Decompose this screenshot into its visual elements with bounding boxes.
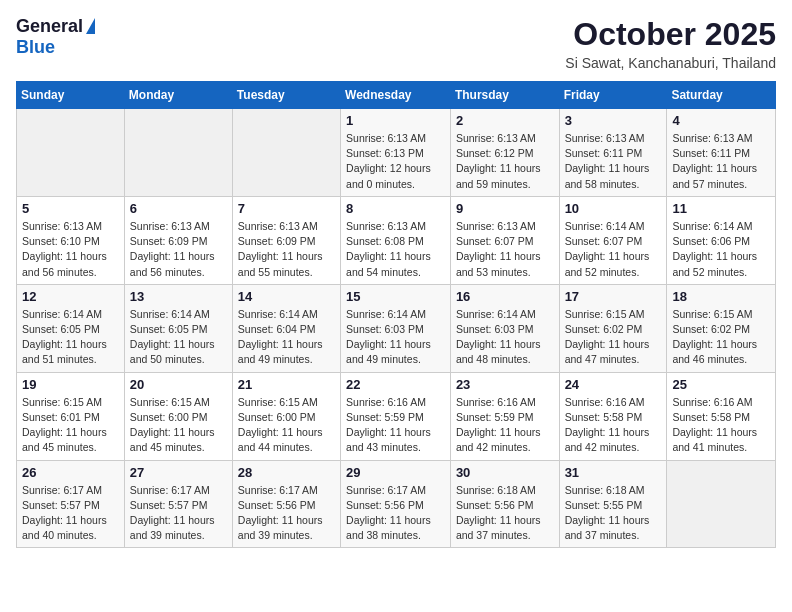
day-cell (232, 109, 340, 197)
day-number: 24 (565, 377, 662, 392)
week-row-5: 26Sunrise: 6:17 AM Sunset: 5:57 PM Dayli… (17, 460, 776, 548)
day-number: 8 (346, 201, 445, 216)
day-number: 17 (565, 289, 662, 304)
day-number: 23 (456, 377, 554, 392)
day-info: Sunrise: 6:17 AM Sunset: 5:57 PM Dayligh… (130, 483, 227, 544)
day-info: Sunrise: 6:14 AM Sunset: 6:07 PM Dayligh… (565, 219, 662, 280)
logo-general-text: General (16, 16, 83, 37)
day-info: Sunrise: 6:15 AM Sunset: 6:01 PM Dayligh… (22, 395, 119, 456)
day-info: Sunrise: 6:14 AM Sunset: 6:05 PM Dayligh… (22, 307, 119, 368)
day-cell: 9Sunrise: 6:13 AM Sunset: 6:07 PM Daylig… (450, 196, 559, 284)
week-row-4: 19Sunrise: 6:15 AM Sunset: 6:01 PM Dayli… (17, 372, 776, 460)
logo-arrow-icon (86, 18, 95, 34)
day-number: 1 (346, 113, 445, 128)
day-cell: 1Sunrise: 6:13 AM Sunset: 6:13 PM Daylig… (341, 109, 451, 197)
day-cell (124, 109, 232, 197)
day-number: 7 (238, 201, 335, 216)
day-number: 28 (238, 465, 335, 480)
day-number: 16 (456, 289, 554, 304)
day-cell: 21Sunrise: 6:15 AM Sunset: 6:00 PM Dayli… (232, 372, 340, 460)
day-number: 6 (130, 201, 227, 216)
day-cell: 7Sunrise: 6:13 AM Sunset: 6:09 PM Daylig… (232, 196, 340, 284)
day-number: 10 (565, 201, 662, 216)
day-cell: 25Sunrise: 6:16 AM Sunset: 5:58 PM Dayli… (667, 372, 776, 460)
day-number: 26 (22, 465, 119, 480)
week-row-3: 12Sunrise: 6:14 AM Sunset: 6:05 PM Dayli… (17, 284, 776, 372)
day-cell: 11Sunrise: 6:14 AM Sunset: 6:06 PM Dayli… (667, 196, 776, 284)
day-cell: 5Sunrise: 6:13 AM Sunset: 6:10 PM Daylig… (17, 196, 125, 284)
calendar-table: SundayMondayTuesdayWednesdayThursdayFrid… (16, 81, 776, 548)
day-cell: 28Sunrise: 6:17 AM Sunset: 5:56 PM Dayli… (232, 460, 340, 548)
weekday-header-saturday: Saturday (667, 82, 776, 109)
day-cell: 27Sunrise: 6:17 AM Sunset: 5:57 PM Dayli… (124, 460, 232, 548)
day-info: Sunrise: 6:13 AM Sunset: 6:10 PM Dayligh… (22, 219, 119, 280)
day-info: Sunrise: 6:16 AM Sunset: 5:59 PM Dayligh… (346, 395, 445, 456)
day-number: 4 (672, 113, 770, 128)
day-cell: 10Sunrise: 6:14 AM Sunset: 6:07 PM Dayli… (559, 196, 667, 284)
day-info: Sunrise: 6:14 AM Sunset: 6:05 PM Dayligh… (130, 307, 227, 368)
day-info: Sunrise: 6:13 AM Sunset: 6:12 PM Dayligh… (456, 131, 554, 192)
day-info: Sunrise: 6:18 AM Sunset: 5:56 PM Dayligh… (456, 483, 554, 544)
day-cell: 15Sunrise: 6:14 AM Sunset: 6:03 PM Dayli… (341, 284, 451, 372)
day-info: Sunrise: 6:15 AM Sunset: 6:02 PM Dayligh… (565, 307, 662, 368)
day-number: 20 (130, 377, 227, 392)
day-cell: 23Sunrise: 6:16 AM Sunset: 5:59 PM Dayli… (450, 372, 559, 460)
day-number: 22 (346, 377, 445, 392)
day-info: Sunrise: 6:13 AM Sunset: 6:11 PM Dayligh… (565, 131, 662, 192)
day-number: 9 (456, 201, 554, 216)
day-cell: 18Sunrise: 6:15 AM Sunset: 6:02 PM Dayli… (667, 284, 776, 372)
day-number: 19 (22, 377, 119, 392)
day-cell: 19Sunrise: 6:15 AM Sunset: 6:01 PM Dayli… (17, 372, 125, 460)
day-number: 3 (565, 113, 662, 128)
weekday-header-row: SundayMondayTuesdayWednesdayThursdayFrid… (17, 82, 776, 109)
day-info: Sunrise: 6:13 AM Sunset: 6:11 PM Dayligh… (672, 131, 770, 192)
day-info: Sunrise: 6:15 AM Sunset: 6:00 PM Dayligh… (130, 395, 227, 456)
weekday-header-sunday: Sunday (17, 82, 125, 109)
day-cell: 24Sunrise: 6:16 AM Sunset: 5:58 PM Dayli… (559, 372, 667, 460)
weekday-header-wednesday: Wednesday (341, 82, 451, 109)
day-cell: 26Sunrise: 6:17 AM Sunset: 5:57 PM Dayli… (17, 460, 125, 548)
weekday-header-friday: Friday (559, 82, 667, 109)
day-info: Sunrise: 6:14 AM Sunset: 6:04 PM Dayligh… (238, 307, 335, 368)
day-number: 25 (672, 377, 770, 392)
day-info: Sunrise: 6:14 AM Sunset: 6:06 PM Dayligh… (672, 219, 770, 280)
day-number: 12 (22, 289, 119, 304)
day-info: Sunrise: 6:17 AM Sunset: 5:56 PM Dayligh… (238, 483, 335, 544)
day-cell: 13Sunrise: 6:14 AM Sunset: 6:05 PM Dayli… (124, 284, 232, 372)
day-info: Sunrise: 6:16 AM Sunset: 5:58 PM Dayligh… (672, 395, 770, 456)
day-info: Sunrise: 6:14 AM Sunset: 6:03 PM Dayligh… (456, 307, 554, 368)
day-cell: 30Sunrise: 6:18 AM Sunset: 5:56 PM Dayli… (450, 460, 559, 548)
day-number: 30 (456, 465, 554, 480)
logo-blue-text: Blue (16, 37, 55, 57)
day-info: Sunrise: 6:13 AM Sunset: 6:09 PM Dayligh… (238, 219, 335, 280)
day-number: 31 (565, 465, 662, 480)
day-cell: 2Sunrise: 6:13 AM Sunset: 6:12 PM Daylig… (450, 109, 559, 197)
day-number: 29 (346, 465, 445, 480)
day-cell: 16Sunrise: 6:14 AM Sunset: 6:03 PM Dayli… (450, 284, 559, 372)
day-number: 2 (456, 113, 554, 128)
calendar-title: October 2025 (565, 16, 776, 53)
day-cell: 20Sunrise: 6:15 AM Sunset: 6:00 PM Dayli… (124, 372, 232, 460)
day-cell: 29Sunrise: 6:17 AM Sunset: 5:56 PM Dayli… (341, 460, 451, 548)
day-info: Sunrise: 6:17 AM Sunset: 5:57 PM Dayligh… (22, 483, 119, 544)
day-cell: 8Sunrise: 6:13 AM Sunset: 6:08 PM Daylig… (341, 196, 451, 284)
day-number: 13 (130, 289, 227, 304)
day-info: Sunrise: 6:15 AM Sunset: 6:02 PM Dayligh… (672, 307, 770, 368)
day-cell: 3Sunrise: 6:13 AM Sunset: 6:11 PM Daylig… (559, 109, 667, 197)
day-info: Sunrise: 6:16 AM Sunset: 5:58 PM Dayligh… (565, 395, 662, 456)
day-cell: 12Sunrise: 6:14 AM Sunset: 6:05 PM Dayli… (17, 284, 125, 372)
day-cell: 6Sunrise: 6:13 AM Sunset: 6:09 PM Daylig… (124, 196, 232, 284)
weekday-header-tuesday: Tuesday (232, 82, 340, 109)
weekday-header-thursday: Thursday (450, 82, 559, 109)
day-number: 18 (672, 289, 770, 304)
day-info: Sunrise: 6:18 AM Sunset: 5:55 PM Dayligh… (565, 483, 662, 544)
logo: General Blue (16, 16, 95, 58)
day-number: 21 (238, 377, 335, 392)
week-row-2: 5Sunrise: 6:13 AM Sunset: 6:10 PM Daylig… (17, 196, 776, 284)
day-cell: 4Sunrise: 6:13 AM Sunset: 6:11 PM Daylig… (667, 109, 776, 197)
day-cell (17, 109, 125, 197)
day-number: 5 (22, 201, 119, 216)
title-section: October 2025 Si Sawat, Kanchanaburi, Tha… (565, 16, 776, 71)
day-cell: 14Sunrise: 6:14 AM Sunset: 6:04 PM Dayli… (232, 284, 340, 372)
page-header: General Blue October 2025 Si Sawat, Kanc… (16, 16, 776, 71)
